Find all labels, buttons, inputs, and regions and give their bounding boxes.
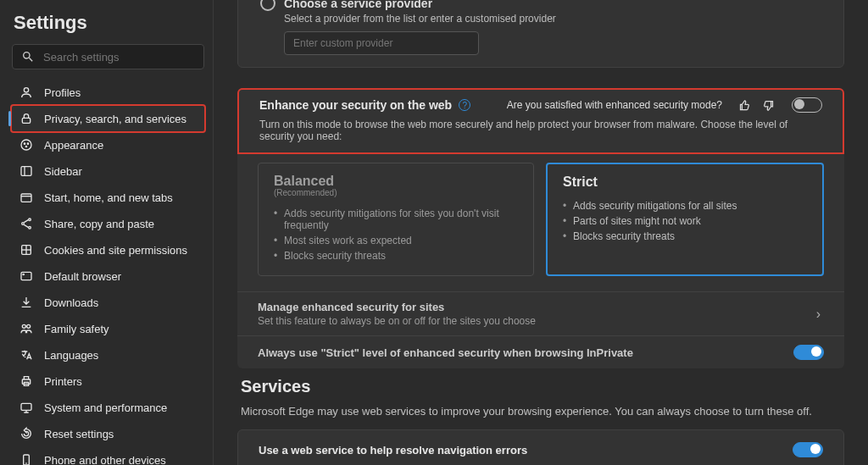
nav-privacy[interactable]: Privacy, search, and services — [12, 106, 204, 131]
nav-default-browser[interactable]: Default browser — [12, 263, 204, 289]
nav-label: Cookies and site permissions — [44, 244, 187, 257]
balanced-bullets: Adds security mitigations for sites you … — [274, 206, 518, 263]
browser-icon — [19, 268, 34, 284]
profile-icon — [19, 85, 34, 100]
provider-radio[interactable] — [260, 0, 275, 11]
nav-label: Sidebar — [44, 165, 82, 178]
enhance-security-toggle[interactable] — [792, 97, 822, 113]
feedback-question: Are you satisfied with enhanced security… — [507, 99, 722, 111]
svg-point-4 — [27, 143, 28, 144]
svg-point-17 — [22, 324, 25, 328]
svg-point-5 — [25, 146, 26, 147]
sidebar-icon — [19, 163, 34, 179]
inprivate-strict-toggle[interactable] — [793, 345, 824, 360]
svg-point-16 — [23, 274, 24, 274]
svg-point-3 — [24, 143, 25, 144]
balanced-sub: (Recommended) — [274, 188, 518, 197]
manage-title: Manage enhanced security for sites — [258, 301, 813, 313]
svg-rect-21 — [21, 403, 31, 410]
phone-icon — [19, 452, 34, 465]
inprivate-title: Always use "Strict" level of enhanced se… — [258, 346, 785, 359]
svg-point-11 — [29, 226, 31, 229]
nav-family[interactable]: Family safety — [12, 316, 204, 341]
provider-desc: Select a provider from the list or enter… — [284, 13, 821, 25]
chevron-right-icon: › — [813, 307, 824, 322]
enhance-desc: Turn on this mode to browse the web more… — [259, 119, 822, 142]
mode-strict[interactable]: Strict Adds security mitigations for all… — [546, 163, 824, 276]
svg-point-10 — [29, 219, 31, 221]
lock-icon — [19, 111, 34, 126]
strict-bullets: Adds security mitigations for all sites … — [563, 198, 807, 244]
manage-desc: Set this feature to always be on or off … — [258, 315, 813, 327]
nav-start[interactable]: Start, home, and new tabs — [12, 185, 204, 210]
share-icon — [19, 216, 34, 231]
language-icon — [19, 347, 34, 363]
services-desc: Microsoft Edge may use web services to i… — [241, 405, 844, 418]
appearance-icon — [19, 137, 34, 152]
search-icon — [21, 50, 35, 64]
svg-rect-15 — [21, 272, 31, 280]
nav-printers[interactable]: Printers — [12, 368, 204, 394]
nav-label: System and performance — [44, 401, 167, 414]
cookie-icon — [19, 242, 34, 257]
search-settings[interactable] — [12, 44, 204, 69]
nav-appearance[interactable]: Appearance — [12, 132, 204, 158]
nav-phone[interactable]: Phone and other devices — [12, 447, 204, 465]
settings-sidebar: Settings Profiles Privacy, search, and s… — [0, 0, 214, 465]
system-icon — [19, 400, 34, 415]
nav-label: Privacy, search, and services — [44, 113, 186, 125]
svg-point-0 — [24, 88, 28, 92]
nav-system[interactable]: System and performance — [12, 395, 204, 420]
search-input[interactable] — [43, 51, 195, 64]
nav-label: Phone and other devices — [44, 454, 166, 466]
services-heading: Services — [241, 377, 844, 396]
nav-label: Reset settings — [44, 428, 114, 440]
svg-point-18 — [27, 324, 31, 328]
nav-profiles[interactable]: Profiles — [12, 80, 204, 105]
nav-label: Appearance — [44, 139, 103, 152]
printer-icon — [19, 374, 34, 389]
nav-share[interactable]: Share, copy and paste — [12, 211, 204, 236]
thumbs-up-icon[interactable] — [736, 97, 753, 113]
enhance-header-highlight: Enhance your security on the web ? Are y… — [237, 88, 844, 154]
tabs-icon — [19, 190, 34, 205]
balanced-title: Balanced — [274, 174, 518, 189]
svg-point-2 — [21, 140, 31, 150]
nav-errors-row: Use a web service to help resolve naviga… — [238, 430, 843, 465]
svg-rect-1 — [22, 118, 30, 123]
nav-languages[interactable]: Languages — [12, 342, 204, 368]
nav-label: Printers — [44, 375, 82, 388]
reset-icon — [19, 426, 34, 441]
nav-cookies[interactable]: Cookies and site permissions — [12, 237, 204, 263]
nav-label: Languages — [44, 349, 98, 362]
nav-label: Share, copy and paste — [44, 218, 154, 230]
strict-title: Strict — [563, 174, 807, 190]
inprivate-strict-row: Always use "Strict" level of enhanced se… — [237, 335, 844, 368]
svg-rect-6 — [21, 167, 31, 176]
settings-nav: Profiles Privacy, search, and services A… — [12, 80, 204, 465]
nav-sidebar[interactable]: Sidebar — [12, 158, 204, 184]
download-icon — [19, 295, 34, 310]
info-icon[interactable]: ? — [459, 99, 470, 111]
enhance-title: Enhance your security on the web — [259, 98, 452, 112]
nav-errors-toggle[interactable] — [793, 442, 823, 457]
thumbs-down-icon[interactable] — [760, 97, 776, 113]
nav-label: Downloads — [44, 296, 98, 309]
services-card: Use a web service to help resolve naviga… — [237, 429, 844, 465]
provider-input[interactable] — [284, 31, 479, 55]
manage-enhanced-security-row[interactable]: Manage enhanced security for sites Set t… — [237, 291, 844, 335]
enhance-security-card: Enhance your security on the web ? Are y… — [237, 88, 844, 368]
nav-label: Start, home, and new tabs — [44, 191, 173, 204]
nav-reset[interactable]: Reset settings — [12, 421, 204, 446]
nav-errors-title: Use a web service to help resolve naviga… — [259, 444, 784, 457]
nav-label: Family safety — [44, 323, 109, 335]
provider-card: Choose a service provider Select a provi… — [237, 0, 844, 68]
settings-title: Settings — [14, 12, 203, 34]
svg-point-9 — [22, 223, 25, 225]
nav-label: Profiles — [44, 86, 81, 99]
mode-balanced[interactable]: Balanced (Recommended) Adds security mit… — [258, 163, 534, 276]
settings-content: Choose a service provider Select a provi… — [214, 0, 868, 465]
svg-rect-8 — [21, 194, 31, 202]
nav-downloads[interactable]: Downloads — [12, 290, 204, 315]
nav-label: Default browser — [44, 270, 121, 283]
